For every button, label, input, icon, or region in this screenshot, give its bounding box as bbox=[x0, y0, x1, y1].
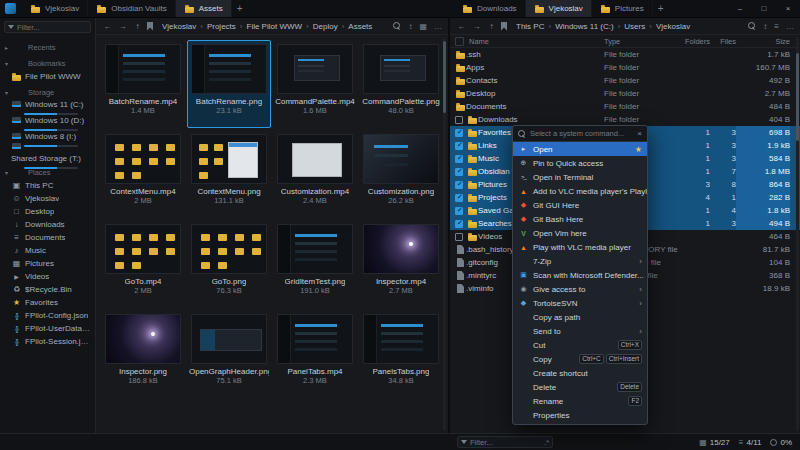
row-checkbox[interactable] bbox=[455, 220, 463, 228]
grid-item[interactable]: PanelsTabs.png34.8 kB bbox=[359, 310, 443, 398]
up-button[interactable]: ↑ bbox=[132, 22, 143, 31]
scrollbar-thumb[interactable] bbox=[443, 41, 446, 113]
bookmark-icon[interactable] bbox=[147, 22, 153, 31]
sidebar-item[interactable]: ▾Bookmarks bbox=[0, 57, 95, 70]
grid-item[interactable]: GridItemTest.png191.0 kB bbox=[273, 220, 357, 308]
sidebar-item[interactable]: File Pilot WWW bbox=[0, 70, 95, 83]
menu-item[interactable]: Play with VLC media player bbox=[513, 240, 647, 254]
list-filter-input[interactable] bbox=[470, 438, 541, 447]
row-checkbox[interactable] bbox=[455, 181, 463, 189]
table-row[interactable]: AppsFile folder160.7 MB bbox=[450, 61, 800, 74]
breadcrumb-segment[interactable]: File Pilot WWW bbox=[238, 22, 304, 31]
sidebar-item[interactable]: ▸Recents bbox=[0, 41, 95, 54]
table-row[interactable]: DocumentsFile folder484 B bbox=[450, 100, 800, 113]
menu-item[interactable]: CopyCtrl+CCtrl+Insert bbox=[513, 352, 647, 366]
grid-item[interactable]: Inspector.mp42.7 MB bbox=[359, 220, 443, 308]
menu-item[interactable]: Add to VLC media player's Playlist bbox=[513, 184, 647, 198]
status-chip[interactable]: 4/11 bbox=[739, 438, 762, 447]
sidebar-item[interactable]: $Recycle.Bin bbox=[0, 283, 95, 296]
view-grid-icon[interactable] bbox=[419, 22, 427, 31]
grid-item[interactable]: GoTo.png76.3 kB bbox=[187, 220, 271, 308]
grid-item[interactable]: PanelTabs.mp42.3 MB bbox=[273, 310, 357, 398]
sidebar-item[interactable]: FPilot-Config.json bbox=[0, 309, 95, 322]
menu-item[interactable]: Create shortcut bbox=[513, 366, 647, 380]
sidebar-item[interactable]: Windows 11 (C:) bbox=[0, 99, 95, 115]
breadcrumb-segment[interactable]: Users bbox=[616, 22, 648, 31]
status-chip[interactable]: 15/27 bbox=[699, 438, 730, 447]
row-checkbox[interactable] bbox=[455, 168, 463, 176]
back-button[interactable]: ← bbox=[456, 22, 467, 31]
sidebar-item[interactable]: FPilot-UserData.json bbox=[0, 322, 95, 335]
tab[interactable]: Obsidian Vaults bbox=[88, 0, 175, 17]
menu-item[interactable]: Open Vim here bbox=[513, 226, 647, 240]
bookmark-icon[interactable] bbox=[501, 22, 507, 31]
row-checkbox[interactable] bbox=[455, 129, 463, 137]
search-icon[interactable] bbox=[748, 22, 756, 30]
sidebar-item[interactable]: Windows 10 (D:) bbox=[0, 115, 95, 131]
sidebar-item[interactable]: Desktop bbox=[0, 205, 95, 218]
column-header-type[interactable]: Type bbox=[604, 37, 682, 46]
view-list-icon[interactable] bbox=[774, 22, 779, 31]
sidebar-filter-input[interactable] bbox=[17, 23, 87, 32]
tab[interactable]: Vjekoslav bbox=[526, 0, 592, 17]
menu-item[interactable]: CutCtrl+X bbox=[513, 338, 647, 352]
back-button[interactable]: ← bbox=[102, 22, 113, 31]
table-row[interactable]: DesktopFile folder2.7 MB bbox=[450, 87, 800, 100]
menu-item[interactable]: Send to› bbox=[513, 324, 647, 338]
row-checkbox[interactable] bbox=[455, 142, 463, 150]
row-checkbox[interactable] bbox=[455, 207, 463, 215]
grid-item[interactable]: OpenGraphHeader.png75.1 kB bbox=[187, 310, 271, 398]
row-checkbox[interactable] bbox=[455, 155, 463, 163]
grid-item[interactable]: ContextMenu.mp42 MB bbox=[101, 130, 185, 218]
close-button[interactable]: × bbox=[776, 0, 800, 17]
menu-item[interactable]: Copy as path bbox=[513, 310, 647, 324]
row-checkbox[interactable] bbox=[455, 194, 463, 202]
forward-button[interactable]: → bbox=[117, 22, 128, 31]
tab[interactable]: Vjekoslav bbox=[22, 0, 88, 17]
grid-item[interactable]: BatchRename.mp41.4 MB bbox=[101, 40, 185, 128]
column-header-size[interactable]: Size bbox=[736, 37, 790, 46]
status-chip[interactable]: 0% bbox=[770, 438, 792, 447]
menu-item[interactable]: RenameF2 bbox=[513, 394, 647, 408]
menu-item[interactable]: Open★ bbox=[513, 142, 647, 156]
sort-icon[interactable] bbox=[408, 22, 412, 31]
sidebar-item[interactable]: Vjekoslav bbox=[0, 192, 95, 205]
table-row[interactable]: .sshFile folder1.7 kB bbox=[450, 48, 800, 61]
forward-button[interactable]: → bbox=[471, 22, 482, 31]
sidebar-item[interactable]: Downloads bbox=[0, 218, 95, 231]
breadcrumb-segment[interactable]: Vjekoslav bbox=[647, 22, 692, 31]
sidebar-item[interactable]: Videos bbox=[0, 270, 95, 283]
search-icon[interactable] bbox=[393, 22, 401, 30]
more-icon[interactable] bbox=[434, 22, 442, 31]
table-row[interactable]: ContactsFile folder492 B bbox=[450, 74, 800, 87]
breadcrumb-segment[interactable]: Projects bbox=[198, 22, 238, 31]
grid-item[interactable]: Inspector.png186.8 kB bbox=[101, 310, 185, 398]
breadcrumb-segment[interactable]: Deploy bbox=[304, 22, 340, 31]
menu-item[interactable]: TortoiseSVN› bbox=[513, 296, 647, 310]
maximize-button[interactable]: □ bbox=[752, 0, 776, 17]
menu-item[interactable]: DeleteDelete bbox=[513, 380, 647, 394]
tab[interactable]: Assets bbox=[176, 0, 232, 17]
menu-item[interactable]: Pin to Quick access bbox=[513, 156, 647, 170]
regex-toggle[interactable]: .* bbox=[544, 439, 549, 446]
menu-item[interactable]: 7-Zip› bbox=[513, 254, 647, 268]
minimize-button[interactable]: – bbox=[728, 0, 752, 17]
column-header-files[interactable]: Files bbox=[710, 37, 736, 46]
sidebar-item[interactable]: ▾Places bbox=[0, 166, 95, 179]
grid-item[interactable]: CommandPalette.mp41.6 MB bbox=[273, 40, 357, 128]
grid-item[interactable]: Customization.mp42.4 MB bbox=[273, 130, 357, 218]
sort-icon[interactable] bbox=[763, 22, 767, 31]
tab[interactable]: Pictures bbox=[592, 0, 653, 17]
scrollbar[interactable] bbox=[796, 37, 799, 431]
row-checkbox[interactable] bbox=[455, 233, 463, 241]
menu-item[interactable]: Git GUI Here bbox=[513, 198, 647, 212]
row-checkbox[interactable] bbox=[455, 116, 463, 124]
sidebar-item[interactable]: FPilot-Session.json bbox=[0, 335, 95, 348]
grid-item[interactable]: Customization.png26.2 kB bbox=[359, 130, 443, 218]
grid-item[interactable]: GoTo.mp42 MB bbox=[101, 220, 185, 308]
scrollbar[interactable] bbox=[443, 37, 446, 431]
grid-item[interactable]: BatchRename.png23.1 kB bbox=[187, 40, 271, 128]
breadcrumb-segment[interactable]: Windows 11 (C:) bbox=[546, 22, 615, 31]
sidebar-item[interactable]: This PC bbox=[0, 179, 95, 192]
new-tab-button[interactable]: + bbox=[653, 0, 669, 17]
